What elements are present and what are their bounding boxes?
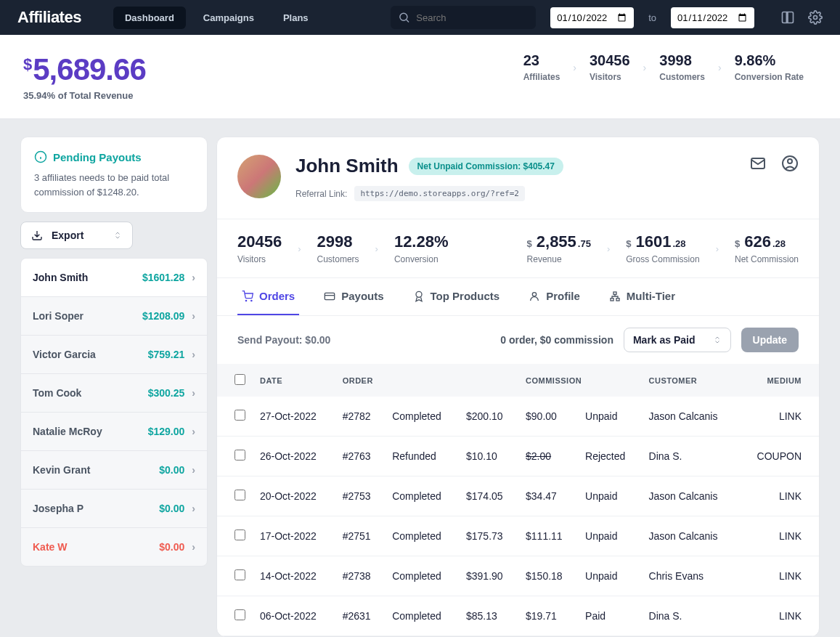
brand-logo: Affiliates <box>17 8 81 27</box>
affiliate-amount: $1601.28 <box>142 272 184 283</box>
affiliate-amount: $300.25 <box>148 387 185 399</box>
referral-link-row: Referral Link: https://demo.storeapps.or… <box>295 186 563 201</box>
award-icon <box>413 291 425 302</box>
stat-label: Conversion Rate <box>735 72 804 82</box>
cell-order-id[interactable]: #2782 <box>335 397 385 437</box>
affiliate-amount: $0.00 <box>159 503 184 514</box>
cell-customer[interactable]: Jason Calcanis <box>642 476 739 516</box>
cell-medium: COUPON <box>738 437 819 476</box>
profile-stat-money: $1601.28Gross Commission <box>626 232 699 264</box>
affiliate-item[interactable]: Natalie McRoy$129.00› <box>21 413 207 451</box>
affiliate-item[interactable]: Kate W$0.00› <box>21 528 207 566</box>
book-icon[interactable] <box>780 10 795 25</box>
profile-name: John Smith <box>295 155 399 177</box>
cell-medium: LINK <box>738 516 819 556</box>
summary-stat: 9.86%Conversion Rate <box>722 52 817 82</box>
chevron-right-icon: › <box>192 541 195 553</box>
row-checkbox[interactable] <box>235 490 245 500</box>
affiliate-item[interactable]: Kevin Grant$0.00› <box>21 451 207 490</box>
table-row: 06-Oct-2022#2631Completed$85.13$19.71Pai… <box>217 596 819 636</box>
cell-customer[interactable]: Jason Calcanis <box>642 397 739 437</box>
affiliate-item[interactable]: Tom Cook$300.25› <box>21 374 207 413</box>
cell-customer[interactable]: Dina S. <box>642 437 739 476</box>
cell-commission-status: Paid <box>578 596 641 636</box>
summary-stat: 23Affiliates <box>510 52 574 82</box>
svg-rect-16 <box>611 298 613 300</box>
tab-orders[interactable]: Orders <box>237 278 299 315</box>
table-actions: Send Payout: $0.00 0 order, $0 commissio… <box>217 316 819 364</box>
orders-table: DATE ORDER COMMISSION CUSTOMER MEDIUM 27… <box>217 364 819 636</box>
tab-dashboard[interactable]: Dashboard <box>113 7 186 29</box>
date-from-input[interactable] <box>550 7 634 28</box>
cell-order-id[interactable]: #2631 <box>335 596 385 636</box>
profile-header: John Smith Net Unpaid Commission: $405.4… <box>217 137 819 219</box>
export-button[interactable]: Export <box>20 222 133 249</box>
tab-payouts[interactable]: Payouts <box>319 278 388 315</box>
cell-customer[interactable]: Chris Evans <box>642 556 739 596</box>
send-payout-link[interactable]: Send Payout: $0.00 <box>237 334 330 346</box>
cell-customer[interactable]: Dina S. <box>642 596 739 636</box>
profile-stat: 12.28%Conversion <box>394 232 449 264</box>
affiliate-item[interactable]: Victor Garcia$759.21› <box>21 336 207 374</box>
tab-top-products[interactable]: Top Products <box>409 278 505 315</box>
avatar <box>237 155 281 198</box>
download-icon <box>31 230 43 241</box>
affiliate-item[interactable]: John Smith$1601.28› <box>21 259 207 297</box>
row-checkbox[interactable] <box>235 609 245 620</box>
summary-stat: 30456Visitors <box>576 52 643 82</box>
stat-value: 2998 <box>317 232 359 251</box>
chevron-right-icon: › <box>192 387 195 399</box>
order-summary-text: 0 order, $0 commission <box>500 334 613 346</box>
user-circle-icon[interactable] <box>781 155 799 172</box>
affiliate-name: Kate W <box>33 541 67 553</box>
sidebar: Pending Payouts 3 affiliates needs to be… <box>20 137 216 637</box>
chevron-right-icon: › <box>192 503 195 514</box>
gear-icon[interactable] <box>808 10 823 25</box>
svg-line-1 <box>407 20 409 22</box>
mark-as-paid-select[interactable]: Mark as Paid <box>624 328 731 352</box>
unpaid-badge: Net Unpaid Commission: $405.47 <box>409 158 563 175</box>
cell-commission: $2.00 <box>518 437 578 476</box>
col-order: ORDER <box>335 364 518 397</box>
row-checkbox[interactable] <box>235 410 245 421</box>
panel-tabs: Orders Payouts Top Products Profile Mult… <box>217 278 819 316</box>
col-commission: COMMISSION <box>518 364 641 397</box>
stat-label: Net Commission <box>735 254 799 264</box>
date-to-input[interactable] <box>671 7 754 28</box>
update-button[interactable]: Update <box>741 328 799 352</box>
row-checkbox[interactable] <box>235 450 245 460</box>
affiliate-item[interactable]: Lori Soper$1208.09› <box>21 297 207 336</box>
cell-order-id[interactable]: #2753 <box>335 476 385 516</box>
chevron-right-icon: › <box>192 464 195 476</box>
svg-point-14 <box>532 292 536 296</box>
info-icon <box>34 150 47 163</box>
tab-campaigns[interactable]: Campaigns <box>192 7 266 29</box>
stat-label: Revenue <box>527 254 591 264</box>
tab-multitier[interactable]: Multi-Tier <box>605 278 680 315</box>
affiliate-item[interactable]: Josepha P$0.00› <box>21 490 207 528</box>
table-row: 17-Oct-2022#2751Completed$175.73$111.11U… <box>217 516 819 556</box>
tab-plans[interactable]: Plans <box>272 7 320 29</box>
cell-order-amount: $175.73 <box>459 516 518 556</box>
affiliate-name: Tom Cook <box>33 387 81 399</box>
search-input[interactable] <box>416 12 529 23</box>
cell-customer[interactable]: Jason Calcanis <box>642 516 739 556</box>
export-label: Export <box>52 230 83 241</box>
search-box[interactable] <box>391 6 536 29</box>
profile-stat-money: $626.28Net Commission <box>735 232 799 264</box>
table-row: 20-Oct-2022#2753Completed$174.05$34.47Un… <box>217 476 819 516</box>
row-checkbox[interactable] <box>235 569 245 580</box>
svg-rect-15 <box>613 292 616 294</box>
referral-url[interactable]: https://demo.storeapps.org/?ref=2 <box>354 186 525 201</box>
mail-icon[interactable] <box>749 155 767 172</box>
cell-medium: LINK <box>738 556 819 596</box>
cell-order-id[interactable]: #2738 <box>335 556 385 596</box>
row-checkbox[interactable] <box>235 530 245 540</box>
tab-profile[interactable]: Profile <box>524 278 584 315</box>
cell-commission-status: Unpaid <box>578 516 641 556</box>
cell-order-id[interactable]: #2751 <box>335 516 385 556</box>
select-all-checkbox[interactable] <box>235 374 245 385</box>
table-row: 14-Oct-2022#2738Completed$391.90$150.18U… <box>217 556 819 596</box>
cell-order-id[interactable]: #2763 <box>335 437 385 476</box>
pending-title: Pending Payouts <box>34 150 194 163</box>
